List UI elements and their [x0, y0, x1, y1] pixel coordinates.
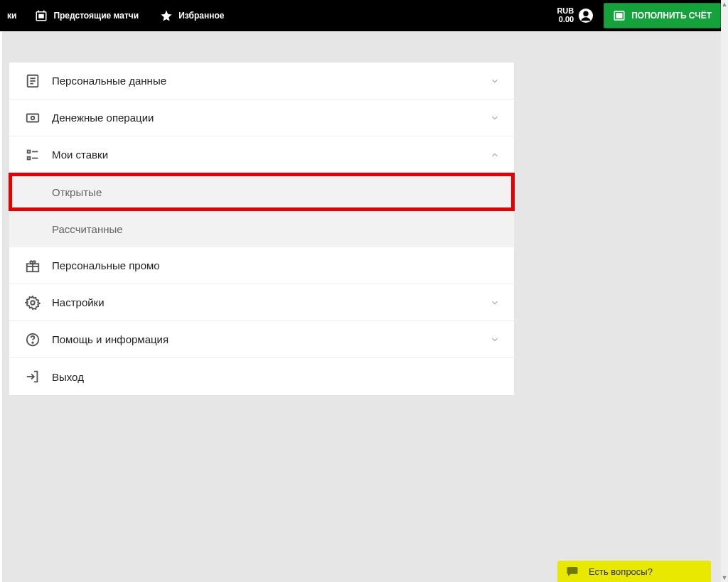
menu-my-bets[interactable]: Мои ставки	[9, 136, 514, 173]
content-area: Персональные данные Денежные операции Мо…	[2, 31, 721, 582]
svg-rect-12	[27, 114, 39, 122]
chat-icon	[566, 565, 579, 578]
scroll-up-icon[interactable]: ▲	[721, 0, 728, 9]
chevron-down-icon	[490, 298, 500, 308]
menu-help[interactable]: Помощь и информация	[9, 321, 514, 358]
scrollbar[interactable]: ▲ ▼	[721, 0, 728, 582]
submenu-settled-bets[interactable]: Рассчитанные	[9, 210, 514, 247]
balance-display: RUB 0.00	[557, 7, 574, 23]
chat-widget[interactable]: Есть вопросы?	[557, 561, 711, 582]
chevron-up-icon	[490, 150, 500, 160]
money-icon	[25, 110, 41, 126]
account-menu: Персональные данные Денежные операции Мо…	[9, 63, 514, 395]
document-icon	[25, 73, 41, 89]
svg-point-13	[31, 116, 35, 119]
balance-value: 0.00	[557, 16, 574, 24]
submenu-label: Рассчитанные	[52, 223, 123, 235]
nav-favorites-label: Избранное	[178, 11, 224, 21]
svg-point-5	[584, 11, 589, 16]
account-icon[interactable]	[578, 8, 594, 23]
submenu-label: Открытые	[52, 186, 102, 198]
nav-fragment[interactable]: ки	[7, 11, 16, 21]
menu-settings[interactable]: Настройки	[9, 284, 514, 321]
chat-label: Есть вопросы?	[589, 566, 653, 577]
deposit-icon	[613, 9, 626, 22]
menu-logout[interactable]: Выход	[9, 358, 514, 395]
deposit-button[interactable]: ПОПОЛНИТЬ СЧЁТ	[604, 3, 721, 28]
svg-rect-16	[28, 156, 31, 159]
nav-upcoming[interactable]: Предстоящие матчи	[35, 9, 139, 22]
menu-label: Настройки	[52, 296, 490, 308]
calendar-icon	[35, 9, 48, 22]
gift-icon	[25, 258, 41, 274]
chevron-down-icon	[490, 335, 500, 345]
chevron-down-icon	[490, 113, 500, 123]
logout-icon	[25, 369, 41, 384]
menu-label: Персональные промо	[52, 259, 500, 271]
help-icon	[25, 332, 41, 347]
svg-rect-1	[39, 15, 43, 18]
chevron-down-icon	[490, 76, 500, 86]
scroll-down-icon[interactable]: ▼	[721, 573, 728, 582]
svg-rect-7	[616, 14, 622, 18]
list-icon	[25, 147, 41, 163]
nav-upcoming-label: Предстоящие матчи	[53, 11, 139, 21]
svg-rect-14	[28, 150, 31, 153]
menu-label: Персональные данные	[52, 75, 490, 87]
deposit-label: ПОПОЛНИТЬ СЧЁТ	[631, 11, 712, 21]
menu-money-ops[interactable]: Денежные операции	[9, 99, 514, 136]
gear-icon	[25, 295, 41, 311]
submenu-open-bets[interactable]: Открытые	[9, 173, 514, 210]
menu-label: Денежные операции	[52, 112, 490, 124]
svg-point-21	[31, 301, 35, 305]
menu-label: Выход	[52, 371, 500, 383]
nav-favorites[interactable]: Избранное	[160, 9, 224, 22]
menu-label: Мои ставки	[52, 149, 490, 161]
menu-personal-promo[interactable]: Персональные промо	[9, 247, 514, 284]
svg-point-23	[32, 342, 33, 343]
topbar: ки Предстоящие матчи Избранное RUB 0.00 …	[0, 0, 728, 31]
nav-fragment-label: ки	[7, 11, 16, 21]
menu-label: Помощь и информация	[52, 333, 490, 345]
my-bets-submenu: Открытые Рассчитанные	[9, 173, 514, 247]
star-icon	[160, 9, 173, 22]
menu-personal-data[interactable]: Персональные данные	[9, 63, 514, 99]
